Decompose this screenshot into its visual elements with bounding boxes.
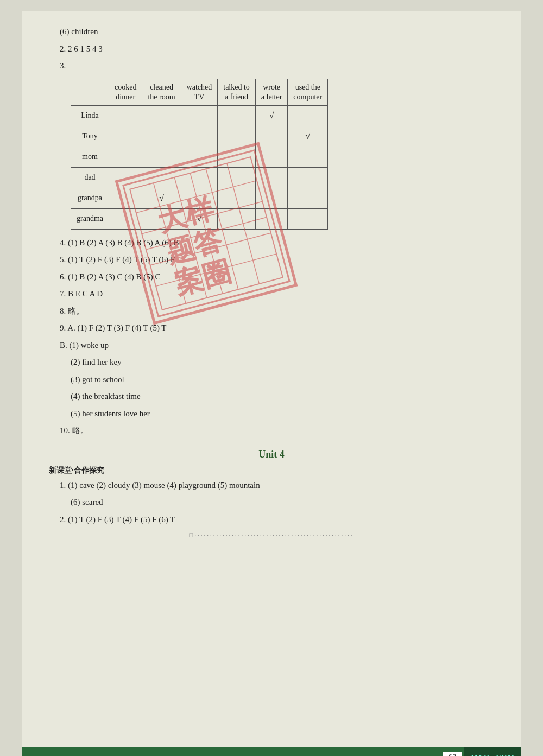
unit4-item1: 1. (1) cave (2) cloudy (3) mouse (4) pla… — [60, 479, 494, 493]
item8: 8. 略。 — [60, 304, 494, 319]
col-talked: talked toa friend — [218, 79, 256, 105]
table-header-row: cookeddinner cleanedthe room watchedTV t… — [71, 79, 328, 105]
page: (6) children 2. 2 6 1 5 4 3 3. cookeddin… — [22, 11, 521, 756]
item9b2: (2) find her key — [71, 355, 494, 370]
table-row: mom — [71, 147, 328, 167]
item2-label: 2. 2 6 1 5 4 3 — [60, 42, 494, 56]
table-row: grandma √ — [71, 208, 328, 229]
bottom-dots: · · · · · · · · · · · · · · · · · · · · … — [22, 754, 443, 756]
item4: 4. (1) B (2) A (3) B (4) B (5) A (6) B — [60, 236, 494, 250]
item7: 7. B E C A D — [60, 287, 494, 301]
item6-label: (6) children — [60, 25, 494, 39]
linda-check: √ — [255, 105, 287, 126]
bottom-logo: MXQe.COM — [464, 747, 521, 756]
col-cleaned: cleanedthe room — [142, 79, 181, 105]
unit4-item2: 2. (1) T (2) F (3) T (4) F (5) F (6) T — [60, 513, 494, 527]
table-row: Tony √ — [71, 126, 328, 147]
item9b: B. (1) woke up — [60, 339, 494, 353]
col-watched: watchedTV — [181, 79, 218, 105]
dot-separator: □·······································… — [49, 532, 494, 538]
item3-label: 3. — [60, 59, 494, 73]
item9b5: (5) her students love her — [71, 407, 494, 421]
item6: 6. (1) B (2) A (3) C (4) B (5) C — [60, 270, 494, 284]
item9a: 9. A. (1) F (2) T (3) F (4) T (5) T — [60, 321, 494, 335]
section-label: 新课堂·合作探究 — [49, 466, 494, 475]
row-tony: Tony — [71, 126, 109, 147]
item10: 10. 略。 — [60, 424, 494, 438]
col-wrote: wrotea letter — [255, 79, 287, 105]
unit4-item1b: (6) scared — [71, 495, 494, 510]
page-number: 67 — [443, 752, 462, 756]
bottom-bar: · · · · · · · · · · · · · · · · · · · · … — [22, 747, 521, 756]
grandma-check: √ — [181, 208, 218, 229]
item9b3: (3) got to school — [71, 373, 494, 387]
item9b4: (4) the breakfast time — [71, 390, 494, 404]
tony-check: √ — [288, 126, 328, 147]
answer-table: cookeddinner cleanedthe room watchedTV t… — [71, 79, 328, 230]
table-row: grandpa √ — [71, 188, 328, 208]
grandpa-check: √ — [142, 188, 181, 208]
row-grandpa: grandpa — [71, 188, 109, 208]
item5: 5. (1) T (2) F (3) F (4) T (5) T (6) F — [60, 253, 494, 267]
col-cooked: cookeddinner — [109, 79, 142, 105]
row-dad: dad — [71, 167, 109, 188]
row-linda: Linda — [71, 105, 109, 126]
row-mom: mom — [71, 147, 109, 167]
row-grandma: grandma — [71, 208, 109, 229]
table-row: dad — [71, 167, 328, 188]
col-used: used thecomputer — [288, 79, 328, 105]
unit-title: Unit 4 — [49, 449, 494, 460]
table-row: Linda √ — [71, 105, 328, 126]
